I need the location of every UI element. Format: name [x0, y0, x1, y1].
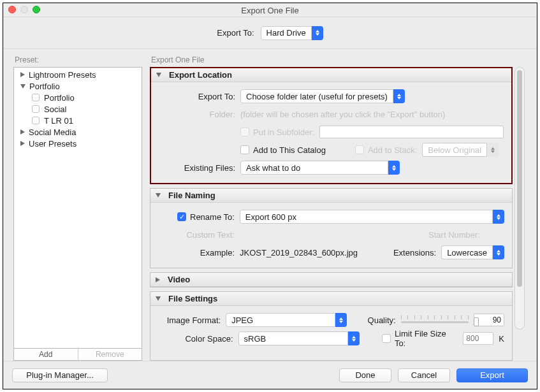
chevron-updown-icon [493, 210, 504, 224]
section-header-file-settings[interactable]: File Settings [150, 292, 512, 306]
settings-column: Export One File Export Location Export T [150, 53, 527, 361]
minimize-icon [20, 6, 28, 13]
extensions-label: Extensions: [393, 248, 436, 258]
existing-files-select[interactable]: Ask what to do [240, 161, 400, 175]
preset-folder-portfolio[interactable]: Portfolio [14, 80, 142, 92]
folder-note: (folder will be chosen after you click t… [240, 110, 445, 119]
add-to-catalog-checkbox[interactable]: Add to This Catalog [240, 145, 326, 155]
folder-label: Folder: [159, 110, 235, 119]
stack-position-select: Below Original [422, 143, 499, 157]
image-format-select[interactable]: JPEG [226, 313, 347, 327]
plugin-manager-button[interactable]: Plug-in Manager... [12, 368, 108, 382]
extensions-select[interactable]: Lowercase [441, 245, 504, 259]
section-header-export-location[interactable]: Export Location [151, 68, 511, 82]
preset-column: Preset: Lightroom Presets Portfolio Port… [13, 53, 142, 361]
limit-unit-label: K [499, 334, 504, 344]
triangle-right-icon [20, 141, 25, 146]
section-header-video[interactable]: Video [150, 273, 512, 287]
titlebar: Export One File [3, 3, 537, 17]
chevron-updown-icon [348, 331, 360, 345]
limit-file-size-input [463, 332, 493, 345]
scrollbar[interactable] [514, 67, 525, 330]
preset-folder-lightroom[interactable]: Lightroom Presets [14, 69, 142, 80]
example-label: Example: [158, 248, 235, 258]
chevron-updown-icon [487, 143, 499, 157]
section-export-location: Export Location Export To: Choose folder… [150, 67, 513, 184]
image-format-label: Image Format: [158, 316, 221, 325]
export-button[interactable]: Export [456, 368, 528, 382]
export-to-row: Export To: Hard Drive [3, 17, 537, 49]
zoom-icon[interactable] [33, 6, 40, 13]
quality-slider[interactable] [401, 314, 469, 326]
start-number-label: Start Number: [428, 230, 480, 240]
preset-item-social[interactable]: Social [14, 103, 142, 115]
chevron-updown-icon [393, 89, 405, 103]
chevron-updown-icon [335, 313, 347, 327]
quality-label: Quality: [368, 316, 396, 325]
checkbox-icon[interactable] [32, 117, 40, 124]
export-to-label: Export To: [217, 28, 254, 38]
color-space-label: Color Space: [158, 334, 233, 344]
section-file-naming: File Naming Rename To: Export 600 px [150, 188, 513, 268]
preset-folder-userpresets[interactable]: User Presets [14, 138, 142, 149]
section-video: Video [150, 272, 513, 287]
preset-add-button[interactable]: Add [14, 349, 78, 360]
triangle-right-icon [156, 277, 160, 282]
put-in-subfolder-checkbox: Put in Subfolder: [240, 127, 314, 137]
preset-label: Preset: [13, 53, 142, 67]
preset-item-tlr01[interactable]: T LR 01 [14, 115, 142, 126]
preset-list[interactable]: Lightroom Presets Portfolio Portfolio So… [13, 67, 142, 348]
subfolder-input [319, 126, 504, 138]
triangle-right-icon [20, 129, 25, 134]
chevron-updown-icon [493, 245, 504, 259]
dialog-footer: Plug-in Manager... Done Cancel Export [3, 361, 537, 389]
export-dialog: Export One File Export To: Hard Drive Pr… [3, 3, 537, 389]
slider-thumb-icon[interactable] [474, 317, 479, 326]
triangle-right-icon [20, 72, 25, 77]
example-value: JKOST_2019_02843_600px.jpg [240, 248, 358, 258]
export-to-folder-select[interactable]: Choose folder later (useful for presets) [240, 89, 405, 103]
triangle-down-icon [20, 84, 26, 89]
limit-file-size-checkbox[interactable]: Limit File Size To: [382, 329, 458, 348]
preset-folder-socialmedia[interactable]: Social Media [14, 126, 142, 138]
export-to-select[interactable]: Hard Drive [261, 26, 323, 40]
rename-template-select[interactable]: Export 600 px [240, 210, 504, 224]
preset-item-portfolio[interactable]: Portfolio [14, 92, 142, 103]
triangle-down-icon [156, 73, 161, 77]
custom-text-label: Custom Text: [158, 230, 235, 240]
existing-files-label: Existing Files: [159, 163, 235, 173]
settings-label: Export One File [150, 53, 527, 67]
triangle-down-icon [156, 193, 161, 198]
preset-remove-button: Remove [78, 349, 142, 360]
window-title: Export One File [3, 4, 537, 15]
close-icon[interactable] [8, 6, 16, 13]
color-space-select[interactable]: sRGB [238, 331, 360, 345]
chevron-updown-icon [388, 161, 400, 175]
checkbox-icon[interactable] [32, 105, 40, 113]
scrollbar-thumb[interactable] [517, 70, 522, 287]
export-to-folder-label: Export To: [159, 92, 235, 101]
add-to-stack-checkbox: Add to Stack: [355, 145, 417, 155]
triangle-down-icon [156, 296, 161, 301]
checkbox-icon[interactable] [32, 94, 40, 101]
cancel-button[interactable]: Cancel [398, 368, 450, 382]
export-to-value: Hard Drive [261, 26, 312, 40]
section-file-settings: File Settings Image Format: JPEG [150, 291, 513, 361]
rename-to-checkbox[interactable]: Rename To: [177, 212, 235, 222]
section-header-file-naming[interactable]: File Naming [150, 189, 512, 203]
done-button[interactable]: Done [339, 368, 391, 382]
chevron-updown-icon [312, 26, 323, 40]
